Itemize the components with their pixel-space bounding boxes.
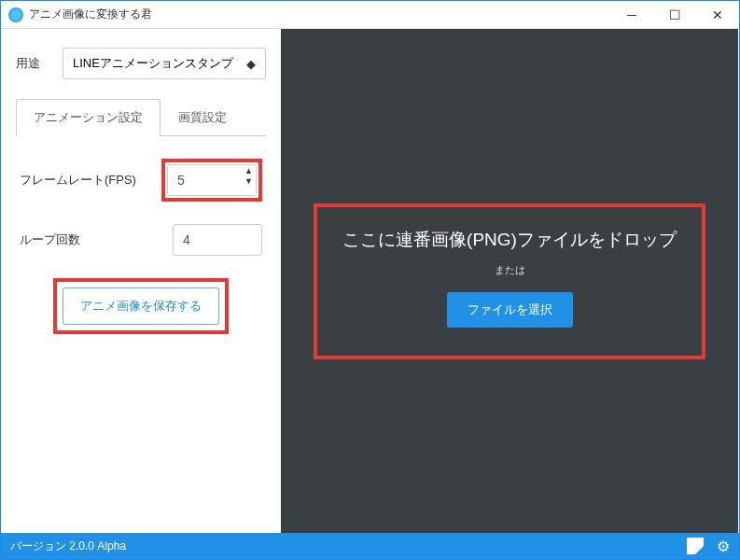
footer: バージョン 2.0.0 Alpha ⚙ — [1, 533, 739, 559]
save-button-wrap: アニメ画像を保存する — [16, 278, 266, 334]
settings-icon[interactable]: ⚙ — [717, 538, 730, 555]
drop-title: ここに連番画像(PNG)ファイルをドロップ — [327, 228, 692, 252]
settings-panel: 用途 LINEアニメーションスタンプ ◆ アニメーション設定 画質設定 フレーム… — [1, 29, 281, 533]
main-content: 用途 LINEアニメーションスタンプ ◆ アニメーション設定 画質設定 フレーム… — [1, 29, 739, 533]
titlebar: アニメ画像に変換する君 ─ ☐ ✕ — [1, 1, 739, 29]
purpose-selected: LINEアニメーションスタンプ — [73, 55, 233, 72]
dropdown-icon: ◆ — [246, 57, 256, 71]
app-icon — [8, 7, 23, 22]
window-controls: ─ ☐ ✕ — [610, 1, 739, 29]
window-title: アニメ画像に変換する君 — [29, 7, 610, 22]
loop-input-wrapper — [173, 224, 262, 256]
framerate-row: フレームレート(FPS) ▲ ▼ — [16, 159, 266, 202]
framerate-input-wrapper: ▲ ▼ — [167, 164, 257, 196]
spinner-down-icon[interactable]: ▼ — [244, 177, 253, 186]
framerate-label: フレームレート(FPS) — [20, 172, 161, 189]
maximize-button[interactable]: ☐ — [653, 1, 696, 29]
framerate-input[interactable] — [167, 164, 257, 196]
loop-row: ループ回数 — [16, 224, 266, 256]
spinner-up-icon[interactable]: ▲ — [244, 167, 253, 175]
framerate-spinner: ▲ ▼ — [244, 167, 253, 186]
purpose-select[interactable]: LINEアニメーションスタンプ ◆ — [63, 48, 266, 79]
save-button-highlight: アニメ画像を保存する — [53, 278, 229, 334]
tab-animation[interactable]: アニメーション設定 — [16, 99, 161, 136]
file-select-button[interactable]: ファイルを選択 — [447, 292, 573, 328]
drop-area[interactable]: ここに連番画像(PNG)ファイルをドロップ または ファイルを選択 — [314, 203, 705, 359]
logo-icon[interactable] — [687, 538, 704, 554]
tabs: アニメーション設定 画質設定 — [16, 98, 266, 136]
purpose-row: 用途 LINEアニメーションスタンプ ◆ — [16, 48, 266, 79]
close-button[interactable]: ✕ — [696, 1, 739, 29]
footer-icons: ⚙ — [687, 538, 730, 555]
preview-panel: ここに連番画像(PNG)ファイルをドロップ または ファイルを選択 — [281, 29, 738, 533]
loop-label: ループ回数 — [20, 231, 173, 248]
tab-quality[interactable]: 画質設定 — [161, 99, 244, 136]
minimize-button[interactable]: ─ — [610, 1, 653, 29]
loop-input[interactable] — [173, 224, 262, 256]
version-label: バージョン 2.0.0 Alpha — [10, 539, 687, 554]
framerate-highlight: ▲ ▼ — [161, 159, 262, 202]
drop-or-label: または — [327, 263, 692, 277]
save-button[interactable]: アニメ画像を保存する — [63, 287, 219, 325]
purpose-label: 用途 — [16, 55, 44, 72]
